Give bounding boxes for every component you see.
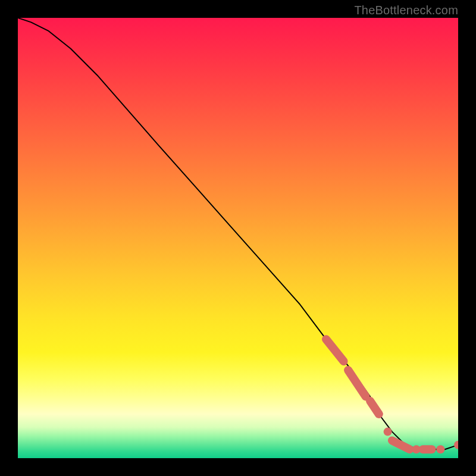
data-segment [392,440,410,449]
data-segment [348,370,366,396]
data-point [384,428,392,436]
chart-stage: TheBottleneck.com [0,0,476,476]
bottleneck-curve [18,18,458,449]
data-point [454,441,458,449]
plot-area [18,18,458,458]
data-segment [370,401,379,414]
data-segment [326,339,344,361]
attribution-label: TheBottleneck.com [354,4,458,17]
data-point [436,445,444,453]
data-markers [326,339,458,453]
chart-svg [18,18,458,458]
